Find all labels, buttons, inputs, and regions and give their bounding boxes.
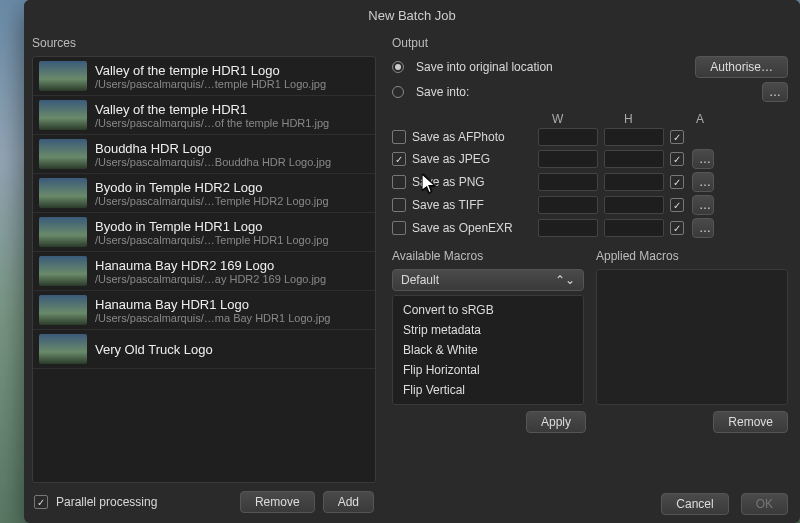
authorise-button[interactable]: Authorise… [695,56,788,78]
source-row[interactable]: Bouddha HDR Logo/Users/pascalmarquis/…Bo… [33,135,375,174]
source-thumbnail [39,334,87,364]
format-options-button[interactable]: … [692,218,714,238]
source-title: Valley of the temple HDR1 Logo [95,63,369,78]
format-label: Save as JPEG [412,152,490,166]
format-width-input[interactable] [538,196,598,214]
macro-library-select[interactable]: Default ⌃⌄ [392,269,584,291]
sources-add-button[interactable]: Add [323,491,374,513]
source-title: Very Old Truck Logo [95,342,369,357]
source-path: /Users/pascalmarquis/…Temple HDR2 Logo.j… [95,195,369,207]
macro-item[interactable]: Black & White [393,340,583,360]
macro-item[interactable]: Flip Horizontal [393,360,583,380]
macro-apply-button[interactable]: Apply [526,411,586,433]
source-row[interactable]: Hanauma Bay HDR1 Logo/Users/pascalmarqui… [33,291,375,330]
format-checkbox[interactable] [392,175,406,189]
batch-job-dialog: New Batch Job Sources Valley of the temp… [24,0,800,523]
radio-original-label: Save into original location [416,60,689,74]
source-row[interactable]: Byodo in Temple HDR2 Logo/Users/pascalma… [33,174,375,213]
format-width-input[interactable] [538,173,598,191]
format-height-input[interactable] [604,128,664,146]
macro-library-value: Default [401,273,439,287]
format-width-input[interactable] [538,219,598,237]
sources-label: Sources [32,36,376,50]
col-a: A [696,112,722,126]
source-path: /Users/pascalmarquis/…Temple HDR1 Logo.j… [95,234,369,246]
format-width-input[interactable] [538,150,598,168]
source-row[interactable]: Valley of the temple HDR1 Logo/Users/pas… [33,57,375,96]
source-thumbnail [39,61,87,91]
format-checkbox[interactable] [392,130,406,144]
radio-save-into-label: Save into: [416,85,756,99]
save-into-browse-button[interactable]: … [762,82,788,102]
format-options-button[interactable]: … [692,195,714,215]
parallel-checkbox[interactable] [34,495,48,509]
source-path: /Users/pascalmarquis/…of the temple HDR1… [95,117,369,129]
source-title: Bouddha HDR Logo [95,141,369,156]
macro-item[interactable]: Flip Vertical [393,380,583,400]
format-height-input[interactable] [604,196,664,214]
format-row: Save as TIFF… [392,195,788,215]
format-label: Save as PNG [412,175,485,189]
source-title: Hanauma Bay HDR1 Logo [95,297,369,312]
dialog-title: New Batch Job [24,0,800,32]
available-macros-label: Available Macros [392,249,584,263]
format-height-input[interactable] [604,150,664,168]
radio-save-into[interactable] [392,86,404,98]
col-w: W [552,112,624,126]
format-options-button[interactable]: … [692,149,714,169]
format-label: Save as OpenEXR [412,221,513,235]
source-thumbnail [39,295,87,325]
source-thumbnail [39,139,87,169]
format-checkbox[interactable] [392,221,406,235]
format-label: Save as TIFF [412,198,484,212]
applied-macros-list[interactable] [596,269,788,405]
source-path: /Users/pascalmarquis/…ma Bay HDR1 Logo.j… [95,312,369,324]
ok-button[interactable]: OK [741,493,788,515]
source-row[interactable]: Very Old Truck Logo [33,330,375,369]
format-row: Save as AFPhoto [392,128,788,146]
format-aspect-checkbox[interactable] [670,152,684,166]
source-thumbnail [39,256,87,286]
format-aspect-checkbox[interactable] [670,130,684,144]
source-path: /Users/pascalmarquis/…Bouddha HDR Logo.j… [95,156,369,168]
chevron-updown-icon: ⌃⌄ [555,273,575,287]
format-aspect-checkbox[interactable] [670,221,684,235]
source-title: Hanauma Bay HDR2 169 Logo [95,258,369,273]
source-thumbnail [39,100,87,130]
radio-original-location[interactable] [392,61,404,73]
parallel-label: Parallel processing [56,495,157,509]
source-path: /Users/pascalmarquis/…ay HDR2 169 Logo.j… [95,273,369,285]
source-row[interactable]: Hanauma Bay HDR2 169 Logo/Users/pascalma… [33,252,375,291]
source-row[interactable]: Byodo in Temple HDR1 Logo/Users/pascalma… [33,213,375,252]
available-macros-list[interactable]: Convert to sRGBStrip metadataBlack & Whi… [392,295,584,405]
format-label: Save as AFPhoto [412,130,505,144]
format-row: Save as JPEG… [392,149,788,169]
macro-remove-button[interactable]: Remove [713,411,788,433]
format-checkbox[interactable] [392,152,406,166]
source-title: Valley of the temple HDR1 [95,102,369,117]
source-thumbnail [39,217,87,247]
format-width-input[interactable] [538,128,598,146]
format-height-input[interactable] [604,219,664,237]
applied-macros-label: Applied Macros [596,249,788,263]
source-thumbnail [39,178,87,208]
macro-item[interactable]: Convert to sRGB [393,300,583,320]
sources-remove-button[interactable]: Remove [240,491,315,513]
source-title: Byodo in Temple HDR2 Logo [95,180,369,195]
format-options-button[interactable]: … [692,172,714,192]
format-aspect-checkbox[interactable] [670,175,684,189]
source-title: Byodo in Temple HDR1 Logo [95,219,369,234]
col-h: H [624,112,696,126]
format-aspect-checkbox[interactable] [670,198,684,212]
format-row: Save as PNG… [392,172,788,192]
source-row[interactable]: Valley of the temple HDR1/Users/pascalma… [33,96,375,135]
macro-item[interactable]: Strip metadata [393,320,583,340]
format-checkbox[interactable] [392,198,406,212]
cancel-button[interactable]: Cancel [661,493,728,515]
format-height-input[interactable] [604,173,664,191]
output-label: Output [392,36,788,50]
sources-list[interactable]: Valley of the temple HDR1 Logo/Users/pas… [32,56,376,483]
source-path: /Users/pascalmarquis/…temple HDR1 Logo.j… [95,78,369,90]
format-row: Save as OpenEXR… [392,218,788,238]
